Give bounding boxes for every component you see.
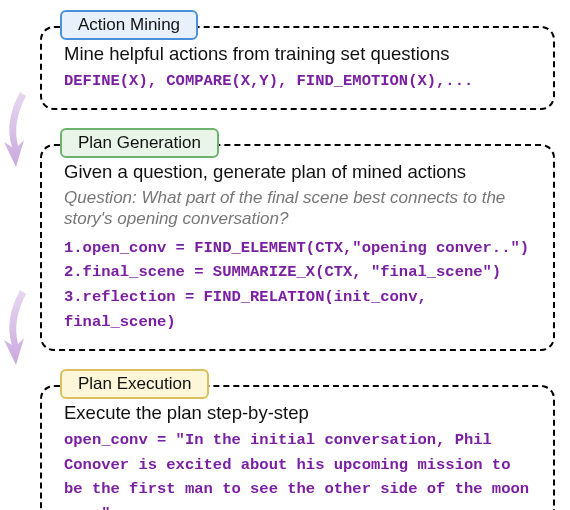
block-plan-execution: Plan Execution Execute the plan step-by-… <box>40 369 555 510</box>
tag-plan-execution: Plan Execution <box>60 369 209 399</box>
tag-label: Plan Generation <box>78 133 201 152</box>
tag-label: Plan Execution <box>78 374 191 393</box>
mining-code: DEFINE(X), COMPARE(X,Y), FIND_EMOTION(X)… <box>58 69 537 94</box>
box-plan-execution: Execute the plan step-by-step open_conv … <box>40 385 555 510</box>
tag-label: Action Mining <box>78 15 180 34</box>
tag-plan-generation: Plan Generation <box>60 128 219 158</box>
mining-desc: Mine helpful actions from training set q… <box>58 42 537 65</box>
plan-desc: Given a question, generate plan of mined… <box>58 160 537 183</box>
block-action-mining: Action Mining Mine helpful actions from … <box>40 10 555 110</box>
plan-question: Question: What part of the final scene b… <box>58 187 537 230</box>
arrow-mining-to-plan <box>0 92 38 172</box>
exec-desc: Execute the plan step-by-step <box>58 401 537 424</box>
arrow-plan-to-exec <box>0 290 38 370</box>
block-plan-generation: Plan Generation Given a question, genera… <box>40 128 555 351</box>
tag-action-mining: Action Mining <box>60 10 198 40</box>
exec-code: open_conv = "In the initial conversation… <box>58 428 537 510</box>
box-plan-generation: Given a question, generate plan of mined… <box>40 144 555 351</box>
plan-code: 1.open_conv = FIND_ELEMENT(CTX,"opening … <box>58 236 537 335</box>
